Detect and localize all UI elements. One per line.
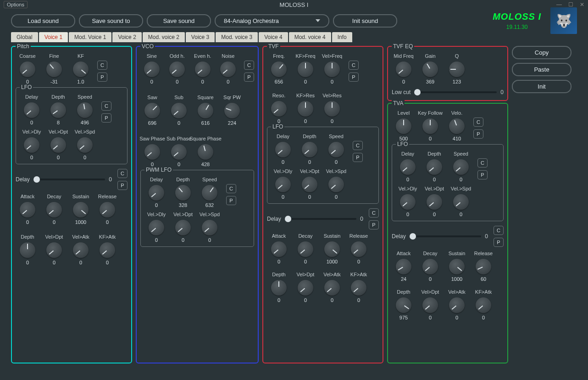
tvf-delay-slider[interactable]: [285, 218, 357, 220]
copy-button[interactable]: C: [353, 141, 363, 150]
knob-delay[interactable]: Delay0: [20, 94, 44, 125]
knob-vel-dly[interactable]: Vel.>Dly0: [144, 212, 168, 243]
knob-key-follow[interactable]: Key Follow0: [418, 110, 442, 141]
tva-delay-slider[interactable]: [410, 235, 482, 237]
knob-velo-[interactable]: Velo.410: [445, 110, 469, 141]
knob-sustain[interactable]: Sustain1000: [69, 194, 93, 225]
tab-mod-voice-1[interactable]: Mod. Voice 1: [69, 32, 111, 42]
tab-voice-1[interactable]: Voice 1: [39, 32, 68, 42]
tab-voice-4[interactable]: Voice 4: [259, 32, 288, 42]
knob-square[interactable]: Square616: [194, 95, 217, 126]
copy-button[interactable]: C: [473, 117, 483, 127]
paste-button[interactable]: P: [101, 113, 111, 123]
paste-button[interactable]: P: [353, 153, 363, 162]
copy-button[interactable]: C: [244, 61, 254, 70]
lowcut-slider[interactable]: [414, 91, 497, 93]
copy-button[interactable]: C: [477, 158, 488, 168]
knob-kf-atk[interactable]: KF>Atk0: [95, 234, 119, 265]
knob-release[interactable]: Release60: [472, 251, 495, 282]
knob-saw-phase[interactable]: Saw Phase0: [140, 136, 164, 167]
knob-delay[interactable]: Delay0: [144, 177, 168, 208]
knob-attack[interactable]: Attack24: [392, 251, 416, 282]
knob-saw[interactable]: Saw696: [140, 95, 164, 126]
init-sound-button[interactable]: Init sound: [333, 14, 397, 28]
knob-sqr-pw[interactable]: Sqr PW224: [220, 95, 244, 126]
knob-sub[interactable]: Sub0: [167, 95, 191, 126]
tab-voice-3[interactable]: Voice 3: [186, 32, 215, 42]
paste-button[interactable]: P: [244, 73, 254, 82]
copy-button[interactable]: C: [97, 61, 107, 70]
knob-depth[interactable]: Depth0: [298, 134, 322, 165]
load-sound-button[interactable]: Load sound: [11, 14, 75, 28]
knob-vel-spd[interactable]: Vel.>Spd0: [449, 186, 473, 217]
knob-vel-atk[interactable]: Vel>Atk0: [69, 234, 93, 265]
copy-button[interactable]: C: [101, 101, 111, 111]
knob-vel-atk[interactable]: Vel>Atk0: [320, 272, 344, 303]
knob-vel-dpt[interactable]: Vel.>Dpt0: [298, 168, 322, 200]
knob-sub-phase[interactable]: Sub Phase0: [167, 136, 191, 167]
knob-vel-dpt[interactable]: Vel>Dpt0: [42, 234, 66, 265]
knob-odd-h-[interactable]: Odd h.0: [166, 53, 189, 84]
copy-button[interactable]: C: [369, 208, 379, 218]
minimize-icon[interactable]: —: [556, 1, 562, 8]
knob-kf-res[interactable]: KF>Res0: [294, 93, 317, 124]
knob-speed[interactable]: Speed496: [73, 94, 97, 125]
knob-release[interactable]: Release0: [347, 233, 371, 264]
knob-gain[interactable]: Gain369: [418, 53, 442, 84]
knob-kf-freq[interactable]: KF>Freq0: [294, 53, 317, 84]
knob-depth[interactable]: Depth8: [46, 94, 70, 125]
paste-button[interactable]: P: [349, 73, 359, 82]
knob-q[interactable]: Q123: [445, 53, 469, 84]
knob-vel-dly[interactable]: Vel.>Dly0: [271, 168, 295, 200]
close-icon[interactable]: ✕: [580, 1, 584, 8]
tab-mod-voice-4[interactable]: Mod. voice 4: [289, 32, 331, 42]
knob-noise[interactable]: Noise0: [217, 53, 240, 84]
copy-button[interactable]: C: [349, 61, 359, 70]
knob-vel-dpt[interactable]: Vel>Dpt0: [418, 289, 442, 320]
knob-sustain[interactable]: Sustain1000: [445, 251, 469, 282]
paste-button[interactable]: P: [97, 73, 107, 82]
knob-reso-[interactable]: Reso.0: [267, 93, 291, 124]
copy-button[interactable]: C: [494, 226, 504, 235]
knob-level[interactable]: Level500: [392, 110, 416, 141]
knob-kf-atk[interactable]: KF>Atk0: [347, 272, 371, 303]
copy-button[interactable]: C: [226, 184, 236, 193]
knob-decay[interactable]: Decay0: [42, 194, 66, 225]
save-sound-button[interactable]: Save sound: [147, 14, 211, 28]
knob-vel-spd[interactable]: Vel.>Spd0: [198, 212, 222, 243]
knob-speed[interactable]: Speed632: [198, 177, 222, 208]
knob-speed[interactable]: Speed0: [324, 134, 348, 165]
knob-sine[interactable]: Sine0: [140, 53, 163, 84]
paste-button[interactable]: P: [117, 181, 128, 190]
knob-square-phase[interactable]: Square Phase428: [194, 136, 217, 167]
knob-freq-[interactable]: Freq.656: [267, 53, 291, 84]
knob-vel-dly[interactable]: Vel.>Dly0: [396, 186, 420, 217]
knob-depth[interactable]: Depth0: [267, 272, 291, 303]
knob-sustain[interactable]: Sustain1000: [320, 233, 344, 264]
knob-delay[interactable]: Delay0: [396, 151, 420, 182]
knob-depth[interactable]: Depth0: [16, 234, 39, 265]
paste-button[interactable]: P: [494, 238, 504, 247]
tab-global[interactable]: Global: [11, 32, 38, 42]
knob-decay[interactable]: Decay0: [418, 251, 442, 282]
knob-attack[interactable]: Attack0: [267, 233, 291, 264]
paste-button[interactable]: P: [477, 170, 488, 179]
knob-coarse[interactable]: Coarse0: [16, 53, 39, 84]
knob-vel-atk[interactable]: Vel>Atk0: [445, 289, 469, 320]
knob-vel-dpt[interactable]: Vel.>Dpt0: [46, 129, 70, 160]
knob-fine[interactable]: Fine-31: [42, 53, 66, 84]
knob-vel-spd[interactable]: Vel.>Spd0: [324, 168, 348, 200]
knob-even-h-[interactable]: Even h.0: [191, 53, 214, 84]
knob-vel-res[interactable]: Vel>Res0: [320, 93, 344, 124]
knob-depth[interactable]: Depth328: [171, 177, 195, 208]
tab-info[interactable]: Info: [332, 32, 352, 42]
paste-button[interactable]: P: [226, 196, 236, 205]
options-button[interactable]: Options: [4, 1, 28, 8]
knob-mid-freq[interactable]: Mid Freq0: [392, 53, 416, 84]
knob-vel-spd[interactable]: Vel.>Spd0: [73, 129, 97, 160]
knob-vel-dly[interactable]: Vel.>Dly0: [20, 129, 44, 160]
copy-button[interactable]: C: [117, 169, 128, 178]
knob-vel-dpt[interactable]: Vel>Dpt0: [294, 272, 317, 303]
save-sound-to-button[interactable]: Save sound to: [79, 14, 143, 28]
knob-vel-dpt[interactable]: Vel.>Dpt0: [171, 212, 195, 243]
